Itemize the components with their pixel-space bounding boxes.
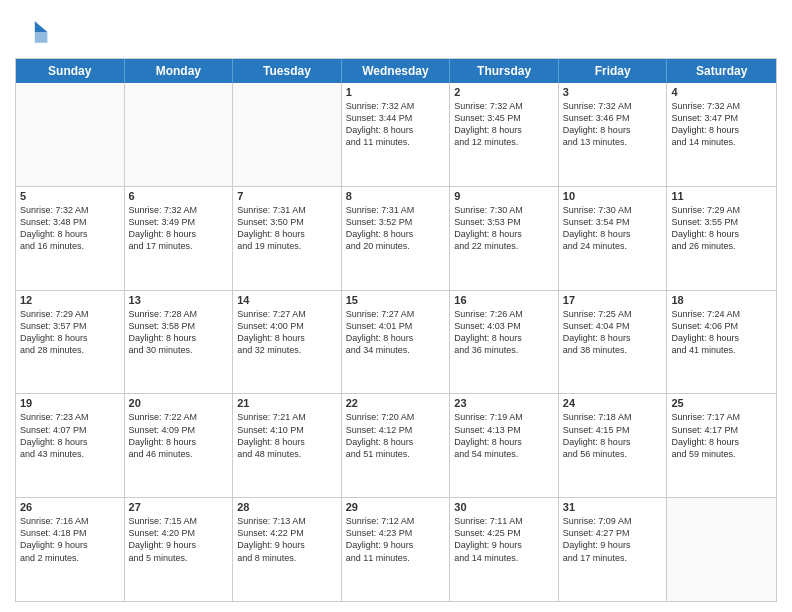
calendar-row-1: 5Sunrise: 7:32 AM Sunset: 3:48 PM Daylig…: [16, 186, 776, 290]
header-day-tuesday: Tuesday: [233, 59, 342, 83]
day-cell-30: 30Sunrise: 7:11 AM Sunset: 4:25 PM Dayli…: [450, 498, 559, 601]
day-cell-4: 4Sunrise: 7:32 AM Sunset: 3:47 PM Daylig…: [667, 83, 776, 186]
day-info: Sunrise: 7:30 AM Sunset: 3:53 PM Dayligh…: [454, 204, 554, 253]
day-cell-13: 13Sunrise: 7:28 AM Sunset: 3:58 PM Dayli…: [125, 291, 234, 394]
calendar: SundayMondayTuesdayWednesdayThursdayFrid…: [15, 58, 777, 602]
day-info: Sunrise: 7:24 AM Sunset: 4:06 PM Dayligh…: [671, 308, 772, 357]
day-number: 12: [20, 294, 120, 306]
day-cell-27: 27Sunrise: 7:15 AM Sunset: 4:20 PM Dayli…: [125, 498, 234, 601]
day-number: 11: [671, 190, 772, 202]
day-number: 24: [563, 397, 663, 409]
day-number: 26: [20, 501, 120, 513]
day-info: Sunrise: 7:11 AM Sunset: 4:25 PM Dayligh…: [454, 515, 554, 564]
calendar-row-0: 1Sunrise: 7:32 AM Sunset: 3:44 PM Daylig…: [16, 83, 776, 186]
day-info: Sunrise: 7:31 AM Sunset: 3:52 PM Dayligh…: [346, 204, 446, 253]
day-cell-26: 26Sunrise: 7:16 AM Sunset: 4:18 PM Dayli…: [16, 498, 125, 601]
day-number: 18: [671, 294, 772, 306]
day-info: Sunrise: 7:21 AM Sunset: 4:10 PM Dayligh…: [237, 411, 337, 460]
day-cell-29: 29Sunrise: 7:12 AM Sunset: 4:23 PM Dayli…: [342, 498, 451, 601]
day-cell-18: 18Sunrise: 7:24 AM Sunset: 4:06 PM Dayli…: [667, 291, 776, 394]
day-number: 23: [454, 397, 554, 409]
day-info: Sunrise: 7:13 AM Sunset: 4:22 PM Dayligh…: [237, 515, 337, 564]
day-cell-9: 9Sunrise: 7:30 AM Sunset: 3:53 PM Daylig…: [450, 187, 559, 290]
day-info: Sunrise: 7:18 AM Sunset: 4:15 PM Dayligh…: [563, 411, 663, 460]
day-info: Sunrise: 7:32 AM Sunset: 3:49 PM Dayligh…: [129, 204, 229, 253]
day-info: Sunrise: 7:20 AM Sunset: 4:12 PM Dayligh…: [346, 411, 446, 460]
empty-cell: [16, 83, 125, 186]
svg-marker-1: [35, 32, 48, 43]
day-cell-21: 21Sunrise: 7:21 AM Sunset: 4:10 PM Dayli…: [233, 394, 342, 497]
day-cell-17: 17Sunrise: 7:25 AM Sunset: 4:04 PM Dayli…: [559, 291, 668, 394]
day-number: 31: [563, 501, 663, 513]
day-number: 30: [454, 501, 554, 513]
day-info: Sunrise: 7:17 AM Sunset: 4:17 PM Dayligh…: [671, 411, 772, 460]
day-info: Sunrise: 7:32 AM Sunset: 3:45 PM Dayligh…: [454, 100, 554, 149]
day-number: 15: [346, 294, 446, 306]
day-info: Sunrise: 7:29 AM Sunset: 3:57 PM Dayligh…: [20, 308, 120, 357]
day-cell-16: 16Sunrise: 7:26 AM Sunset: 4:03 PM Dayli…: [450, 291, 559, 394]
day-number: 9: [454, 190, 554, 202]
day-number: 8: [346, 190, 446, 202]
day-cell-15: 15Sunrise: 7:27 AM Sunset: 4:01 PM Dayli…: [342, 291, 451, 394]
day-cell-8: 8Sunrise: 7:31 AM Sunset: 3:52 PM Daylig…: [342, 187, 451, 290]
day-info: Sunrise: 7:22 AM Sunset: 4:09 PM Dayligh…: [129, 411, 229, 460]
day-info: Sunrise: 7:30 AM Sunset: 3:54 PM Dayligh…: [563, 204, 663, 253]
day-number: 2: [454, 86, 554, 98]
day-info: Sunrise: 7:32 AM Sunset: 3:47 PM Dayligh…: [671, 100, 772, 149]
header-day-wednesday: Wednesday: [342, 59, 451, 83]
day-cell-1: 1Sunrise: 7:32 AM Sunset: 3:44 PM Daylig…: [342, 83, 451, 186]
day-info: Sunrise: 7:28 AM Sunset: 3:58 PM Dayligh…: [129, 308, 229, 357]
day-info: Sunrise: 7:12 AM Sunset: 4:23 PM Dayligh…: [346, 515, 446, 564]
day-info: Sunrise: 7:32 AM Sunset: 3:44 PM Dayligh…: [346, 100, 446, 149]
day-cell-3: 3Sunrise: 7:32 AM Sunset: 3:46 PM Daylig…: [559, 83, 668, 186]
day-number: 5: [20, 190, 120, 202]
day-number: 14: [237, 294, 337, 306]
day-cell-2: 2Sunrise: 7:32 AM Sunset: 3:45 PM Daylig…: [450, 83, 559, 186]
day-number: 19: [20, 397, 120, 409]
day-info: Sunrise: 7:32 AM Sunset: 3:48 PM Dayligh…: [20, 204, 120, 253]
day-cell-19: 19Sunrise: 7:23 AM Sunset: 4:07 PM Dayli…: [16, 394, 125, 497]
calendar-header: SundayMondayTuesdayWednesdayThursdayFrid…: [16, 59, 776, 83]
day-cell-5: 5Sunrise: 7:32 AM Sunset: 3:48 PM Daylig…: [16, 187, 125, 290]
header: [15, 10, 777, 50]
day-cell-14: 14Sunrise: 7:27 AM Sunset: 4:00 PM Dayli…: [233, 291, 342, 394]
day-cell-24: 24Sunrise: 7:18 AM Sunset: 4:15 PM Dayli…: [559, 394, 668, 497]
day-info: Sunrise: 7:09 AM Sunset: 4:27 PM Dayligh…: [563, 515, 663, 564]
day-info: Sunrise: 7:32 AM Sunset: 3:46 PM Dayligh…: [563, 100, 663, 149]
day-number: 27: [129, 501, 229, 513]
day-info: Sunrise: 7:31 AM Sunset: 3:50 PM Dayligh…: [237, 204, 337, 253]
day-cell-25: 25Sunrise: 7:17 AM Sunset: 4:17 PM Dayli…: [667, 394, 776, 497]
day-cell-10: 10Sunrise: 7:30 AM Sunset: 3:54 PM Dayli…: [559, 187, 668, 290]
day-number: 22: [346, 397, 446, 409]
day-cell-28: 28Sunrise: 7:13 AM Sunset: 4:22 PM Dayli…: [233, 498, 342, 601]
empty-cell: [667, 498, 776, 601]
day-number: 20: [129, 397, 229, 409]
header-day-monday: Monday: [125, 59, 234, 83]
logo: [15, 14, 53, 50]
day-number: 10: [563, 190, 663, 202]
day-number: 6: [129, 190, 229, 202]
empty-cell: [125, 83, 234, 186]
empty-cell: [233, 83, 342, 186]
day-number: 7: [237, 190, 337, 202]
day-number: 16: [454, 294, 554, 306]
page-container: SundayMondayTuesdayWednesdayThursdayFrid…: [0, 0, 792, 612]
day-cell-6: 6Sunrise: 7:32 AM Sunset: 3:49 PM Daylig…: [125, 187, 234, 290]
header-day-sunday: Sunday: [16, 59, 125, 83]
header-day-saturday: Saturday: [667, 59, 776, 83]
calendar-row-3: 19Sunrise: 7:23 AM Sunset: 4:07 PM Dayli…: [16, 393, 776, 497]
day-info: Sunrise: 7:27 AM Sunset: 4:01 PM Dayligh…: [346, 308, 446, 357]
day-number: 25: [671, 397, 772, 409]
day-cell-23: 23Sunrise: 7:19 AM Sunset: 4:13 PM Dayli…: [450, 394, 559, 497]
calendar-row-4: 26Sunrise: 7:16 AM Sunset: 4:18 PM Dayli…: [16, 497, 776, 601]
day-info: Sunrise: 7:16 AM Sunset: 4:18 PM Dayligh…: [20, 515, 120, 564]
day-number: 13: [129, 294, 229, 306]
day-number: 28: [237, 501, 337, 513]
day-cell-12: 12Sunrise: 7:29 AM Sunset: 3:57 PM Dayli…: [16, 291, 125, 394]
day-number: 17: [563, 294, 663, 306]
svg-marker-0: [35, 21, 48, 32]
logo-icon: [15, 14, 51, 50]
day-cell-7: 7Sunrise: 7:31 AM Sunset: 3:50 PM Daylig…: [233, 187, 342, 290]
calendar-row-2: 12Sunrise: 7:29 AM Sunset: 3:57 PM Dayli…: [16, 290, 776, 394]
day-number: 21: [237, 397, 337, 409]
